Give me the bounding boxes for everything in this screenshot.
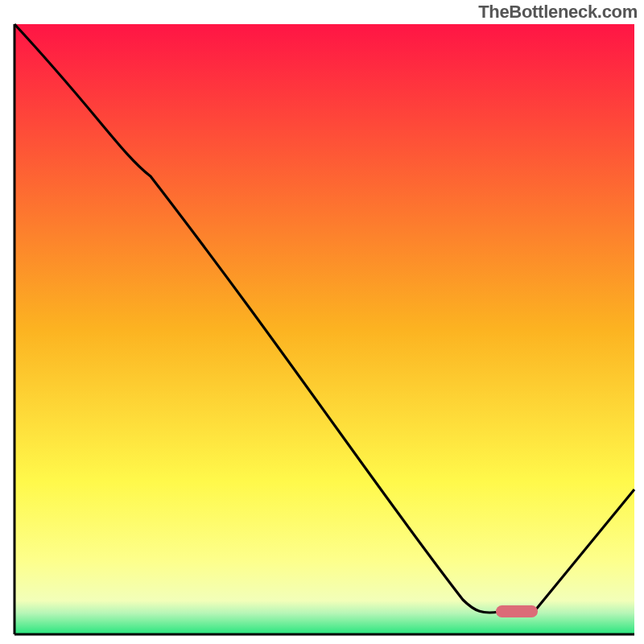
chart-stage: TheBottleneck.com (0, 0, 644, 644)
plot-background (14, 24, 634, 634)
watermark-text: TheBottleneck.com (478, 2, 638, 23)
optimal-marker (496, 605, 538, 617)
chart-svg (0, 0, 644, 644)
